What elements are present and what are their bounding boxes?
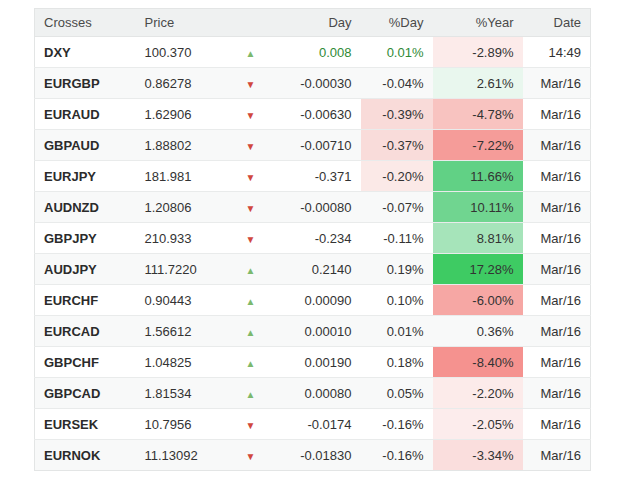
- pct-day-cell: -0.04%: [361, 68, 433, 99]
- symbol-cell[interactable]: DXY: [35, 37, 136, 68]
- table-row[interactable]: AUDJPY 111.7220 ▲ 0.2140 0.19% 17.28% Ma…: [35, 254, 591, 285]
- price-cell: 1.88802: [136, 130, 231, 161]
- table-row[interactable]: EURAUD 1.62906 ▼ -0.00630 -0.39% -4.78% …: [35, 99, 591, 130]
- header-pct-day[interactable]: %Day: [361, 9, 433, 37]
- date-cell: Mar/16: [523, 254, 591, 285]
- price-cell: 0.90443: [136, 285, 231, 316]
- date-cell: Mar/16: [523, 409, 591, 440]
- header-date[interactable]: Date: [523, 9, 591, 37]
- arrow-cell: ▼: [231, 130, 271, 161]
- arrow-cell: ▼: [231, 440, 271, 471]
- price-cell: 100.370: [136, 37, 231, 68]
- pct-day-cell: -0.16%: [361, 440, 433, 471]
- down-arrow-icon: ▼: [246, 421, 256, 431]
- symbol-cell[interactable]: GBPCHF: [35, 347, 136, 378]
- date-cell: Mar/16: [523, 316, 591, 347]
- symbol-cell[interactable]: EURNOK: [35, 440, 136, 471]
- table-row[interactable]: EURGBP 0.86278 ▼ -0.00030 -0.04% 2.61% M…: [35, 68, 591, 99]
- day-cell: 0.00090: [271, 285, 361, 316]
- symbol-cell[interactable]: EURCHF: [35, 285, 136, 316]
- arrow-cell: ▲: [231, 285, 271, 316]
- symbol-cell[interactable]: GBPAUD: [35, 130, 136, 161]
- symbol-cell[interactable]: EURGBP: [35, 68, 136, 99]
- table-row[interactable]: EURSEK 10.7956 ▼ -0.0174 -0.16% -2.05% M…: [35, 409, 591, 440]
- day-cell: -0.0174: [271, 409, 361, 440]
- header-pct-year[interactable]: %Year: [433, 9, 523, 37]
- pct-year-cell: -2.20%: [433, 378, 523, 409]
- symbol-cell[interactable]: AUDNZD: [35, 192, 136, 223]
- date-cell: Mar/16: [523, 347, 591, 378]
- table-row[interactable]: EURCAD 1.56612 ▲ 0.00010 0.01% 0.36% Mar…: [35, 316, 591, 347]
- up-arrow-icon: ▲: [246, 266, 256, 276]
- pct-day-cell: 0.01%: [361, 316, 433, 347]
- table-row[interactable]: DXY 100.370 ▲ 0.008 0.01% -2.89% 14:49: [35, 37, 591, 68]
- arrow-cell: ▼: [231, 409, 271, 440]
- header-crosses[interactable]: Crosses: [35, 9, 136, 37]
- table-row[interactable]: EURJPY 181.981 ▼ -0.371 -0.20% 11.66% Ma…: [35, 161, 591, 192]
- table-row[interactable]: GBPAUD 1.88802 ▼ -0.00710 -0.37% -7.22% …: [35, 130, 591, 161]
- price-cell: 210.933: [136, 223, 231, 254]
- date-cell: Mar/16: [523, 378, 591, 409]
- pct-day-cell: 0.18%: [361, 347, 433, 378]
- up-arrow-icon: ▲: [246, 328, 256, 338]
- symbol-cell[interactable]: AUDJPY: [35, 254, 136, 285]
- pct-year-cell: -8.40%: [433, 347, 523, 378]
- pct-year-cell: -6.00%: [433, 285, 523, 316]
- up-arrow-icon: ▲: [246, 359, 256, 369]
- header-price[interactable]: Price: [136, 9, 231, 37]
- date-cell: Mar/16: [523, 130, 591, 161]
- arrow-cell: ▲: [231, 347, 271, 378]
- pct-day-cell: -0.07%: [361, 192, 433, 223]
- arrow-cell: ▲: [231, 37, 271, 68]
- price-cell: 11.13092: [136, 440, 231, 471]
- header-direction: [231, 9, 271, 37]
- pct-day-cell: -0.16%: [361, 409, 433, 440]
- crosses-table: Crosses Price Day %Day %Year Date DXY 10…: [34, 8, 591, 471]
- pct-year-cell: 0.36%: [433, 316, 523, 347]
- arrow-cell: ▲: [231, 316, 271, 347]
- price-cell: 1.56612: [136, 316, 231, 347]
- pct-year-cell: -7.22%: [433, 130, 523, 161]
- symbol-cell[interactable]: GBPCAD: [35, 378, 136, 409]
- table-row[interactable]: GBPJPY 210.933 ▼ -0.234 -0.11% 8.81% Mar…: [35, 223, 591, 254]
- arrow-cell: ▼: [231, 99, 271, 130]
- down-arrow-icon: ▼: [246, 80, 256, 90]
- table-row[interactable]: AUDNZD 1.20806 ▼ -0.00080 -0.07% 10.11% …: [35, 192, 591, 223]
- symbol-cell[interactable]: EURCAD: [35, 316, 136, 347]
- symbol-cell[interactable]: EURJPY: [35, 161, 136, 192]
- price-cell: 181.981: [136, 161, 231, 192]
- day-cell: -0.234: [271, 223, 361, 254]
- arrow-cell: ▼: [231, 223, 271, 254]
- symbol-cell[interactable]: GBPJPY: [35, 223, 136, 254]
- pct-year-cell: 2.61%: [433, 68, 523, 99]
- price-cell: 1.81534: [136, 378, 231, 409]
- symbol-cell[interactable]: EURAUD: [35, 99, 136, 130]
- pct-day-cell: -0.20%: [361, 161, 433, 192]
- day-cell: -0.00030: [271, 68, 361, 99]
- table-row[interactable]: EURNOK 11.13092 ▼ -0.01830 -0.16% -3.34%…: [35, 440, 591, 471]
- table-row[interactable]: GBPCHF 1.04825 ▲ 0.00190 0.18% -8.40% Ma…: [35, 347, 591, 378]
- down-arrow-icon: ▼: [246, 111, 256, 121]
- day-cell: -0.01830: [271, 440, 361, 471]
- pct-year-cell: -3.34%: [433, 440, 523, 471]
- price-cell: 1.20806: [136, 192, 231, 223]
- up-arrow-icon: ▲: [246, 297, 256, 307]
- date-cell: Mar/16: [523, 161, 591, 192]
- date-cell: Mar/16: [523, 192, 591, 223]
- quotes-page: Crosses Price Day %Day %Year Date DXY 10…: [0, 0, 624, 485]
- pct-year-cell: -2.05%: [433, 409, 523, 440]
- pct-day-cell: 0.19%: [361, 254, 433, 285]
- symbol-cell[interactable]: EURSEK: [35, 409, 136, 440]
- date-cell: Mar/16: [523, 68, 591, 99]
- date-cell: 14:49: [523, 37, 591, 68]
- table-row[interactable]: EURCHF 0.90443 ▲ 0.00090 0.10% -6.00% Ma…: [35, 285, 591, 316]
- pct-year-cell: -2.89%: [433, 37, 523, 68]
- date-cell: Mar/16: [523, 223, 591, 254]
- day-cell: -0.00080: [271, 192, 361, 223]
- arrow-cell: ▼: [231, 161, 271, 192]
- down-arrow-icon: ▼: [246, 452, 256, 462]
- table-row[interactable]: GBPCAD 1.81534 ▲ 0.00080 0.05% -2.20% Ma…: [35, 378, 591, 409]
- header-day[interactable]: Day: [271, 9, 361, 37]
- pct-year-cell: 8.81%: [433, 223, 523, 254]
- pct-day-cell: -0.11%: [361, 223, 433, 254]
